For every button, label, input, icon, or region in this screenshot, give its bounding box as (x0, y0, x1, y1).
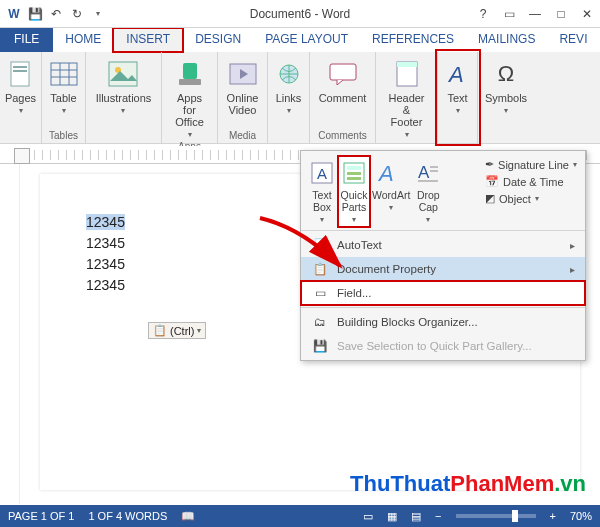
close-icon[interactable]: ✕ (576, 4, 598, 24)
title-bar: W 💾 ↶ ↻ ▾ Document6 - Word ? ▭ — □ ✕ (0, 0, 600, 28)
status-proofing-icon[interactable]: 📖 (181, 510, 195, 523)
comments-group-label: Comments (318, 130, 366, 141)
tab-insert[interactable]: INSERT (113, 28, 183, 52)
menu-field[interactable]: ▭ Field... (301, 281, 585, 305)
online-video-button[interactable]: Online Video (225, 56, 261, 118)
pictures-icon (107, 58, 139, 90)
chevron-down-icon: ▾ (197, 326, 201, 335)
tab-home[interactable]: HOME (53, 28, 113, 52)
tab-design[interactable]: DESIGN (183, 28, 253, 52)
wordart-icon: A (377, 159, 405, 187)
links-icon (273, 58, 305, 90)
wordart-button[interactable]: A WordArt▾ (371, 157, 411, 226)
svg-rect-11 (179, 79, 201, 85)
drop-cap-button[interactable]: A Drop Cap▾ (413, 157, 443, 226)
view-web-icon[interactable]: ▤ (411, 510, 421, 523)
quick-access-toolbar: W 💾 ↶ ↻ ▾ (0, 4, 108, 24)
illustrations-label: Illustrations (96, 92, 152, 104)
redo-icon[interactable]: ↻ (67, 4, 87, 24)
symbols-button[interactable]: Ω Symbols▾ (483, 56, 529, 117)
svg-rect-10 (183, 63, 197, 79)
comment-button[interactable]: Comment (317, 56, 369, 106)
text-icon: A (442, 58, 474, 90)
zoom-level[interactable]: 70% (570, 510, 592, 522)
table-button[interactable]: Table▾ (46, 56, 82, 117)
apps-icon (174, 58, 206, 90)
building-blocks-icon: 🗂 (311, 314, 329, 330)
watermark: ThuThuatPhanMem.vn (350, 471, 586, 497)
comment-icon (327, 58, 359, 90)
object-button[interactable]: ◩Object▾ (483, 191, 579, 206)
svg-text:A: A (378, 161, 394, 185)
tab-mailings[interactable]: MAILINGS (466, 28, 547, 52)
signature-line-button[interactable]: ✒Signature Line▾ (483, 157, 579, 172)
video-icon (227, 58, 259, 90)
view-print-icon[interactable]: ▦ (387, 510, 397, 523)
pages-icon (5, 58, 37, 90)
chevron-right-icon: ▸ (570, 264, 575, 275)
illustrations-button[interactable]: Illustrations▾ (94, 56, 154, 117)
zoom-out-icon[interactable]: − (435, 510, 441, 522)
links-label: Links (276, 92, 302, 104)
status-page[interactable]: PAGE 1 OF 1 (8, 510, 74, 522)
window-title: Document6 - Word (250, 7, 350, 21)
header-footer-label: Header & Footer (384, 92, 429, 128)
annotation-arrow (252, 210, 352, 280)
tables-group-label: Tables (49, 130, 78, 141)
menu-building-blocks[interactable]: 🗂 Building Blocks Organizer... (301, 310, 585, 334)
comment-label: Comment (319, 92, 367, 104)
word-icon: W (4, 4, 24, 24)
paste-ctrl-label: (Ctrl) (170, 325, 194, 337)
minimize-icon[interactable]: — (524, 4, 546, 24)
status-words[interactable]: 1 OF 4 WORDS (88, 510, 167, 522)
chevron-right-icon: ▸ (570, 240, 575, 251)
apps-label: Apps for Office (170, 92, 209, 128)
header-footer-button[interactable]: Header & Footer▾ (382, 56, 431, 141)
header-footer-icon (391, 58, 423, 90)
drop-cap-icon: A (414, 159, 442, 187)
zoom-in-icon[interactable]: + (550, 510, 556, 522)
undo-icon[interactable]: ↶ (46, 4, 66, 24)
tab-references[interactable]: REFERENCES (360, 28, 466, 52)
table-icon (48, 58, 80, 90)
help-icon[interactable]: ? (472, 4, 494, 24)
apps-button[interactable]: Apps for Office▾ (168, 56, 211, 141)
svg-text:A: A (317, 165, 327, 182)
svg-text:A: A (418, 163, 430, 182)
maximize-icon[interactable]: □ (550, 4, 572, 24)
view-read-icon[interactable]: ▭ (363, 510, 373, 523)
ribbon-tabs: FILE HOME INSERT DESIGN PAGE LAYOUT REFE… (0, 28, 600, 52)
svg-text:A: A (447, 62, 464, 86)
ribbon: Pages▾ Table▾ Tables Illustrations▾ Apps… (0, 52, 600, 144)
svg-rect-16 (397, 62, 417, 67)
tab-review[interactable]: REVI (547, 28, 599, 52)
status-bar: PAGE 1 OF 1 1 OF 4 WORDS 📖 ▭ ▦ ▤ − + 70% (0, 505, 600, 527)
save-icon[interactable]: 💾 (25, 4, 45, 24)
window-controls: ? ▭ — □ ✕ (472, 4, 598, 24)
menu-save-selection: 💾 Save Selection to Quick Part Gallery..… (301, 334, 585, 358)
text-button[interactable]: A Text▾ (440, 56, 476, 117)
svg-rect-3 (51, 63, 77, 85)
object-icon: ◩ (485, 192, 495, 205)
tab-page-layout[interactable]: PAGE LAYOUT (253, 28, 360, 52)
field-icon: ▭ (311, 285, 329, 301)
zoom-slider[interactable] (456, 514, 536, 518)
svg-rect-2 (13, 70, 27, 72)
symbols-icon: Ω (490, 58, 522, 90)
links-button[interactable]: Links▾ (271, 56, 307, 117)
tab-file[interactable]: FILE (0, 28, 53, 52)
date-time-button[interactable]: 📅Date & Time (483, 174, 579, 189)
pages-button[interactable]: Pages▾ (3, 56, 39, 117)
qat-dropdown-icon[interactable]: ▾ (88, 4, 108, 24)
save-selection-icon: 💾 (311, 338, 329, 354)
vertical-ruler[interactable] (0, 164, 20, 504)
svg-rect-23 (347, 177, 361, 180)
text-label: Text (447, 92, 467, 104)
pages-label: Pages (5, 92, 36, 104)
svg-rect-22 (347, 172, 361, 175)
signature-icon: ✒ (485, 158, 494, 171)
ribbon-collapse-icon[interactable]: ▭ (498, 4, 520, 24)
svg-rect-1 (13, 66, 27, 68)
text-box-icon: A (308, 159, 336, 187)
paste-options-button[interactable]: 📋 (Ctrl) ▾ (148, 322, 206, 339)
